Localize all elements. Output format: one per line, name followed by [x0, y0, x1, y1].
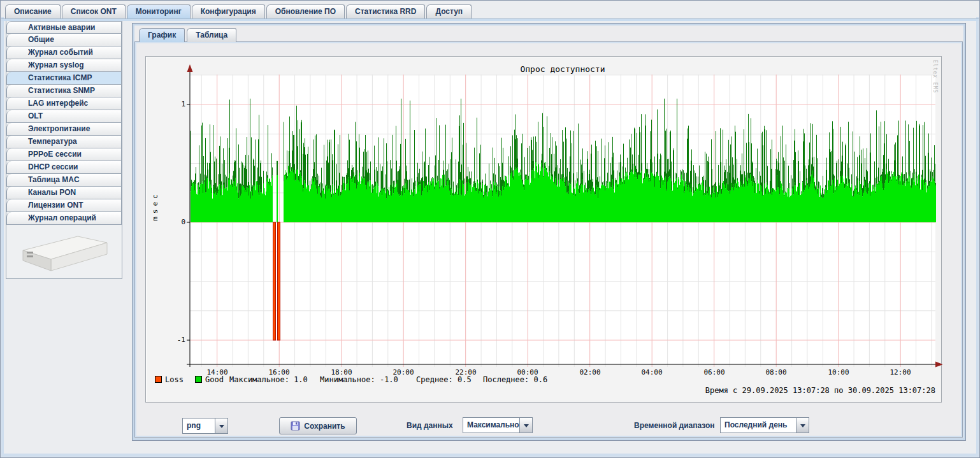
chevron-down-icon	[219, 425, 224, 431]
sidebar-item-general[interactable]: Общие	[6, 34, 122, 47]
tab-rrd-statistics[interactable]: Статистика RRD	[346, 4, 425, 18]
legend-loss-swatch	[155, 376, 162, 383]
sidebar-item-mac-table[interactable]: Таблица MAC	[6, 174, 122, 187]
sidebar-item-lag-interface[interactable]: LAG интерфейс	[6, 97, 122, 110]
stat-avg: Среднее: 0.5	[416, 375, 472, 384]
stat-max: Максимальное: 1.0	[229, 375, 308, 384]
y-axis-label: msec	[151, 175, 159, 238]
sidebar-item-active-alarms[interactable]: Активные аварии	[6, 21, 122, 34]
sidebar-item-syslog[interactable]: Журнал syslog	[6, 59, 122, 72]
data-view-label: Вид данных	[407, 421, 453, 430]
save-button-label: Сохранить	[304, 422, 345, 431]
legend-good-swatch	[195, 376, 202, 383]
save-icon	[291, 421, 300, 431]
data-view-select-value: Максимальное	[463, 418, 519, 433]
stat-min: Минимальное: -1.0	[320, 375, 398, 384]
tab-firmware-update[interactable]: Обновление ПО	[266, 4, 345, 18]
tab-configuration[interactable]: Конфигурация	[192, 4, 265, 18]
chart-legend: Loss Good Максимальное: 1.0 Минимальное:…	[146, 375, 941, 384]
chevron-down-icon	[800, 424, 805, 430]
data-view-select[interactable]: Максимальное	[463, 417, 533, 433]
legend-loss-label: Loss	[165, 375, 184, 384]
icmp-availability-chart: Опрос доступности msec Eltex EMS 14:0016…	[145, 56, 942, 403]
time-range-select[interactable]: Последний день	[720, 417, 809, 433]
chart-title: Опрос доступности	[190, 64, 935, 74]
sidebar-item-power[interactable]: Электропитание	[6, 123, 122, 136]
y-tick: 0	[164, 218, 185, 226]
chevron-down-icon	[524, 424, 529, 430]
chart-period-label: Время с 29.09.2025 13:07:28 по 30.09.202…	[190, 386, 935, 395]
format-select[interactable]: png	[182, 418, 228, 434]
device-image	[14, 230, 115, 277]
tab-access[interactable]: Доступ	[426, 4, 472, 18]
tabs-underline	[1, 18, 979, 21]
chart-watermark: Eltex EMS	[932, 60, 938, 93]
data-view-select-arrow[interactable]	[519, 418, 532, 433]
sidebar-item-temperature[interactable]: Температура	[6, 136, 122, 148]
y-tick: 1	[164, 100, 185, 108]
format-select-arrow[interactable]	[215, 419, 227, 433]
ems-window: Описание Список ONT Мониторинг Конфигура…	[0, 0, 980, 458]
sidebar-item-ont-licenses[interactable]: Лицензии ONT	[6, 199, 122, 212]
sidebar-item-pppoe-sessions[interactable]: PPPoE сессии	[6, 148, 122, 161]
view-tabs: График Таблица	[139, 28, 236, 42]
tab-monitoring[interactable]: Мониторинг	[127, 4, 191, 18]
time-range-select-label: Временной диапазон	[634, 421, 715, 430]
y-tick: -1	[164, 336, 185, 344]
sidebar-item-olt[interactable]: OLT	[6, 110, 122, 123]
sidebar-item-event-log[interactable]: Журнал событий	[6, 47, 122, 59]
stat-last: Последнее: 0.6	[483, 375, 547, 384]
sidebar-item-dhcp-sessions[interactable]: DHCP сессии	[6, 161, 122, 174]
module-tabs: Описание Список ONT Мониторинг Конфигура…	[5, 4, 472, 18]
sidebar-item-snmp-statistics[interactable]: Статистика SNMP	[6, 85, 122, 97]
tab-description[interactable]: Описание	[5, 4, 61, 18]
legend-good-label: Good	[205, 375, 224, 384]
format-select-value: png	[183, 419, 215, 433]
time-range-select-value: Последний день	[721, 418, 796, 433]
time-range-select-arrow[interactable]	[796, 418, 809, 433]
sidebar: Активные аварии Общие Журнал событий Жур…	[6, 20, 122, 279]
tab-graph[interactable]: График	[139, 28, 185, 42]
sidebar-item-pon-channels[interactable]: Каналы PON	[6, 187, 122, 199]
sidebar-item-operations-log[interactable]: Журнал операций	[6, 212, 122, 225]
chart-canvas	[146, 57, 942, 403]
save-button[interactable]: Сохранить	[279, 417, 357, 434]
tab-table[interactable]: Таблица	[187, 28, 236, 42]
sidebar-item-icmp-statistics[interactable]: Статистика ICMP	[6, 72, 122, 85]
tab-ont-list[interactable]: Список ONT	[62, 4, 126, 18]
